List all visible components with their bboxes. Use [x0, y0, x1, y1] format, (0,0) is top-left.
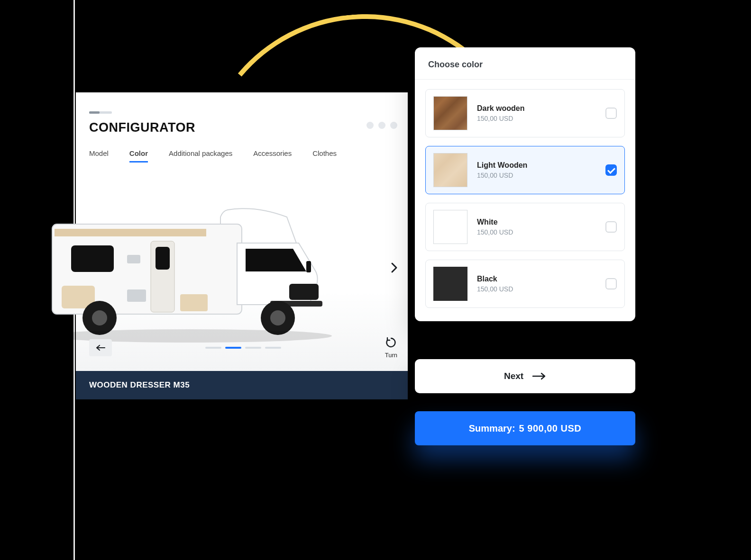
- color-option-name: Dark wooden: [477, 104, 596, 113]
- color-option-checkbox[interactable]: [605, 278, 617, 289]
- svg-point-13: [92, 310, 107, 325]
- step-indicator: [205, 347, 281, 349]
- preview-next-icon[interactable]: [391, 262, 398, 276]
- color-options-list: Dark wooden150,00 USDLight Wooden150,00 …: [415, 80, 635, 321]
- next-button[interactable]: Next: [415, 359, 635, 393]
- product-name-bar: WOODEN DRESSER M35: [76, 371, 408, 399]
- svg-rect-1: [55, 229, 206, 236]
- svg-rect-11: [306, 261, 311, 272]
- rotate-icon: [385, 336, 397, 349]
- tab-additional-packages[interactable]: Additional packages: [169, 149, 232, 163]
- svg-rect-2: [71, 245, 114, 272]
- turn-button[interactable]: Turn: [385, 336, 397, 359]
- color-option-checkbox[interactable]: [605, 108, 617, 119]
- color-option-dark-wood[interactable]: Dark wooden150,00 USD: [425, 89, 625, 137]
- color-dots: [366, 122, 397, 129]
- color-option-checkbox[interactable]: [605, 164, 617, 176]
- svg-point-15: [270, 310, 285, 325]
- product-name: WOODEN DRESSER M35: [89, 380, 190, 389]
- color-dot[interactable]: [366, 122, 374, 129]
- step-segment[interactable]: [225, 347, 241, 349]
- color-option-light-wood[interactable]: Light Wooden150,00 USD: [425, 146, 625, 194]
- tab-clothes[interactable]: Clothes: [312, 149, 337, 163]
- svg-rect-8: [127, 289, 146, 302]
- config-tabs: ModelColorAdditional packagesAccessories…: [89, 149, 389, 163]
- color-option-white[interactable]: White150,00 USD: [425, 203, 625, 251]
- configurator-panel: CONFIGURATOR ModelColorAdditional packag…: [76, 92, 408, 399]
- color-option-checkbox[interactable]: [605, 221, 617, 233]
- color-picker-panel: Choose color Dark wooden150,00 USDLight …: [415, 47, 635, 321]
- color-dot[interactable]: [390, 122, 397, 129]
- color-option-price: 150,00 USD: [477, 228, 596, 236]
- step-segment[interactable]: [265, 347, 281, 349]
- vehicle-illustration: [33, 191, 370, 347]
- page-title: CONFIGURATOR: [89, 120, 389, 135]
- color-swatch: [433, 210, 467, 244]
- svg-rect-4: [156, 247, 170, 270]
- arrow-right-icon: [532, 372, 546, 380]
- svg-rect-9: [289, 284, 319, 300]
- color-option-price: 150,00 USD: [477, 285, 596, 293]
- svg-rect-7: [127, 255, 140, 263]
- color-option-price: 150,00 USD: [477, 172, 596, 179]
- turn-label: Turn: [385, 352, 397, 359]
- progress-segment: [89, 111, 112, 114]
- summary-bar: Summary: 5 900,00 USD: [415, 411, 635, 445]
- color-option-price: 150,00 USD: [477, 115, 596, 122]
- preview-stage: Turn: [76, 167, 408, 371]
- summary-label: Summary:: [469, 423, 515, 434]
- next-label: Next: [504, 371, 523, 381]
- color-option-name: Light Wooden: [477, 161, 596, 170]
- step-segment[interactable]: [245, 347, 261, 349]
- color-swatch: [433, 153, 467, 187]
- step-segment[interactable]: [205, 347, 221, 349]
- tab-color[interactable]: Color: [129, 149, 148, 163]
- color-swatch: [433, 267, 467, 301]
- color-option-name: White: [477, 218, 596, 226]
- back-button[interactable]: [89, 339, 112, 356]
- tab-model[interactable]: Model: [89, 149, 109, 163]
- panel-heading: Choose color: [415, 47, 635, 80]
- svg-rect-6: [180, 294, 208, 311]
- color-option-name: Black: [477, 275, 596, 283]
- color-dot[interactable]: [378, 122, 385, 129]
- color-swatch: [433, 96, 467, 130]
- summary-value: 5 900,00 USD: [519, 423, 582, 434]
- color-option-black[interactable]: Black150,00 USD: [425, 260, 625, 308]
- tab-accessories[interactable]: Accessories: [253, 149, 292, 163]
